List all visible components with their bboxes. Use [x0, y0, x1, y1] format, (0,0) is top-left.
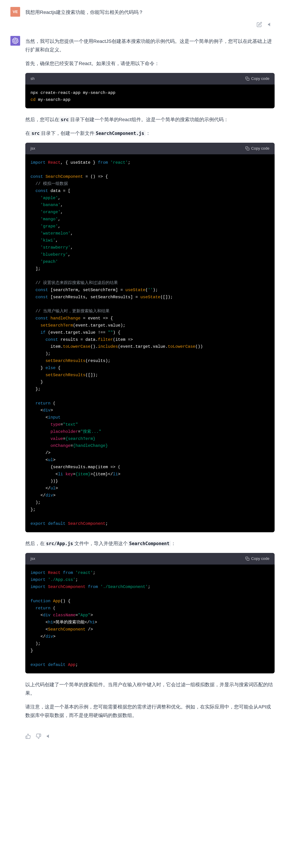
para-intro: 当然，我可以为您提供一个使用ReactJS创建基本搜索功能的示例代码。这是一个简… — [25, 37, 275, 54]
thumbs-down-icon[interactable] — [36, 734, 41, 739]
para-install: 首先，确保您已经安装了React。如果没有，请使用以下命令： — [25, 59, 275, 68]
code-lang-label: sh — [31, 75, 35, 82]
inline-code: SearchComponent.js — [95, 130, 146, 136]
code-content: import React, { useState } from 'react';… — [25, 154, 275, 532]
inline-code: src — [30, 130, 41, 136]
inline-code: src/App.js — [45, 540, 74, 547]
code-content: import React from 'react'; import './App… — [25, 564, 275, 673]
copy-code-button[interactable]: Copy code — [245, 145, 270, 152]
user-text: 我想用Reactjs建立搜索功能，你能写出相关的代码吗？ — [25, 8, 275, 17]
code-header: jsx Copy code — [25, 553, 275, 564]
user-message: VE 我想用Reactjs建立搜索功能，你能写出相关的代码吗？ — [10, 7, 275, 27]
svg-rect-0 — [247, 78, 249, 81]
inline-code: src — [59, 117, 70, 123]
code-lang-label: jsx — [31, 555, 35, 562]
assistant-message: 当然，我可以为您提供一个使用ReactJS创建基本搜索功能的示例代码。这是一个简… — [10, 36, 275, 725]
copy-label: Copy code — [251, 145, 270, 152]
speaker-icon[interactable] — [46, 734, 52, 739]
code-content: npx create-react-app my-search-app cd my… — [25, 85, 275, 108]
user-content: 我想用Reactjs建立搜索功能，你能写出相关的代码吗？ — [25, 7, 275, 27]
copy-code-button[interactable]: Copy code — [245, 555, 270, 562]
code-lang-label: jsx — [31, 145, 35, 152]
svg-rect-1 — [247, 148, 249, 150]
copy-label: Copy code — [251, 555, 270, 562]
para-summary: 以上代码创建了一个简单的搜索组件。当用户在输入框中键入时，它会过滤一组模拟数据，… — [25, 680, 275, 698]
svg-rect-2 — [247, 558, 249, 560]
para-src: 然后，您可以在src目录下创建一个简单的React组件。这是一个简单的搜索功能的… — [25, 115, 275, 124]
copy-label: Copy code — [251, 75, 270, 82]
assistant-actions — [10, 734, 275, 739]
code-block-sh: sh Copy code npx create-react-app my-sea… — [25, 73, 275, 108]
assistant-content: 当然，我可以为您提供一个使用ReactJS创建基本搜索功能的示例代码。这是一个简… — [25, 36, 275, 725]
code-block-jsx-2: jsx Copy code import React from 'react';… — [25, 553, 275, 673]
copy-code-button[interactable]: Copy code — [245, 75, 270, 82]
inline-code: SearchComponent — [128, 540, 171, 547]
para-app: 然后，在src/App.js文件中，导入并使用这个SearchComponent… — [25, 539, 275, 548]
thumbs-up-icon[interactable] — [25, 734, 31, 739]
speaker-icon[interactable] — [267, 22, 273, 27]
code-header: sh Copy code — [25, 73, 275, 85]
assistant-avatar — [10, 36, 20, 45]
para-note: 请注意，这是一个基本的示例，您可能需要根据您的需求进行调整和优化。例如，在实际应… — [25, 703, 275, 720]
edit-icon[interactable] — [257, 22, 262, 27]
user-avatar: VE — [10, 7, 20, 17]
para-file: 在src目录下，创建一个新文件SearchComponent.js： — [25, 129, 275, 137]
code-block-jsx-1: jsx Copy code import React, { useState }… — [25, 143, 275, 532]
code-header: jsx Copy code — [25, 143, 275, 154]
